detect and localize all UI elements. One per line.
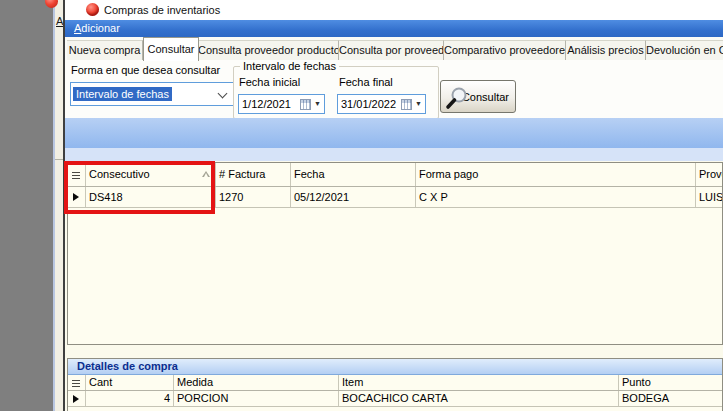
search-icon	[445, 85, 471, 111]
tab-nueva-compra[interactable]: Nueva compra	[67, 40, 143, 61]
details-title-bar: Detalles de compra	[68, 359, 722, 375]
details-header-row: Cant Medida Item Punto	[68, 375, 722, 391]
app-icon	[86, 3, 99, 16]
start-date-value: 1/12/2021	[242, 98, 300, 110]
column-header-cant[interactable]: Cant	[86, 375, 174, 390]
chevron-down-icon[interactable]	[218, 89, 228, 99]
start-date-input[interactable]: 1/12/2021 ▼	[238, 94, 325, 114]
title-bar: Compras de inventarios	[65, 0, 723, 20]
consult-mode-label: Forma en que desea consultar	[71, 64, 220, 76]
tab-devolucion-en-compras[interactable]: Devolución en Co	[646, 40, 723, 61]
row-marker-cell	[68, 391, 86, 406]
column-header-proveedor[interactable]: Prove	[696, 163, 722, 186]
date-dropdown-arrow-icon[interactable]: ▼	[314, 99, 321, 109]
end-date-label: Fecha final	[339, 76, 393, 88]
cell-proveedor[interactable]: LUIS .	[696, 187, 722, 207]
window-title: Compras de inventarios	[104, 0, 220, 20]
date-range-group-title: Intervalo de fechas	[240, 60, 339, 72]
tab-consulta-proveedor-productos[interactable]: Consulta proveedor productos	[198, 40, 339, 61]
cell-factura[interactable]: 1270	[216, 187, 291, 207]
details-title: Detalles de compra	[77, 359, 178, 374]
menu-adicionar-label: dicionar	[81, 22, 120, 34]
consult-mode-select[interactable]: Intervalo de fechas	[70, 82, 234, 106]
tab-consulta-por-proveedor[interactable]: Consulta por proveedor	[339, 40, 444, 61]
column-header-forma-pago[interactable]: Forma pago	[416, 163, 696, 186]
cell-cant[interactable]: 4	[86, 391, 174, 406]
tab-comparativo-proveedores[interactable]: Comparativo proveedores	[444, 40, 566, 61]
date-range-groupbox: Intervalo de fechas Fecha inicial 1/12/2…	[233, 66, 439, 119]
cell-punto[interactable]: BODEGA	[619, 391, 722, 406]
column-header-factura[interactable]: # Factura	[216, 163, 291, 186]
column-header-medida[interactable]: Medida	[174, 375, 339, 390]
column-header-item[interactable]: Item	[339, 375, 619, 390]
cell-medida[interactable]: PORCION	[174, 391, 339, 406]
tab-analisis-precios[interactable]: Análisis precios	[566, 40, 646, 61]
cell-fecha[interactable]: 05/12/2021	[291, 187, 416, 207]
grid-options-icon	[72, 380, 80, 387]
calendar-icon[interactable]	[401, 99, 412, 110]
cell-forma-pago[interactable]: C X P	[416, 187, 696, 207]
grid-options-cell[interactable]	[68, 375, 86, 390]
consult-mode-value: Intervalo de fechas	[73, 87, 172, 101]
details-grid: Detalles de compra Cant Medida Item Punt…	[67, 358, 723, 411]
screenshot-root: A Compras de inventarios Adicionar Nueva…	[0, 0, 723, 411]
toolbar-band	[65, 118, 723, 148]
consultar-button[interactable]: Consultar	[440, 80, 516, 113]
background-divider-line	[55, 159, 63, 160]
table-row[interactable]: 4 PORCION BOCACHICO CARTA BODEGA	[68, 391, 722, 407]
annotation-highlight	[64, 161, 215, 214]
tab-strip: Nueva compra Consultar Consulta proveedo…	[65, 37, 723, 61]
start-date-label: Fecha inicial	[239, 76, 300, 88]
date-dropdown-arrow-icon[interactable]: ▼	[415, 99, 422, 109]
menu-bar: Adicionar	[65, 20, 723, 37]
end-date-input[interactable]: 31/01/2022 ▼	[337, 94, 426, 114]
toolbar-band-light	[65, 148, 723, 161]
cell-item[interactable]: BOCACHICO CARTA	[339, 391, 619, 406]
column-header-fecha[interactable]: Fecha	[291, 163, 416, 186]
column-header-punto[interactable]: Punto	[619, 375, 722, 390]
calendar-icon[interactable]	[300, 99, 311, 110]
menu-adicionar[interactable]: Adicionar	[69, 20, 125, 37]
current-row-marker-icon	[73, 395, 79, 403]
end-date-value: 31/01/2022	[341, 98, 401, 110]
background-window-strip	[55, 0, 63, 411]
tab-consultar[interactable]: Consultar	[143, 37, 199, 61]
query-form-panel: Forma en que desea consultar Intervalo d…	[65, 60, 723, 118]
